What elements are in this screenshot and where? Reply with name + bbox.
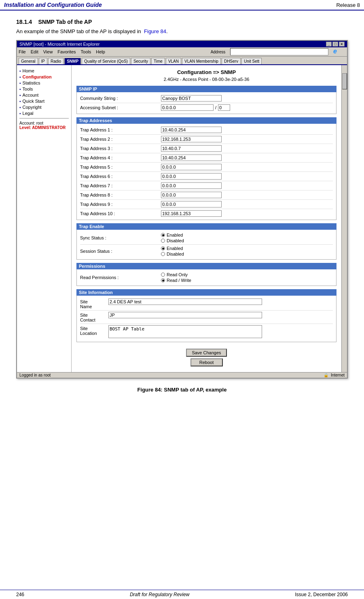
tab-qos[interactable]: Quality of Service (QoS)	[82, 58, 130, 64]
trap-address-4-input[interactable]	[161, 155, 222, 161]
trap-address-3-label: Trap Address 3 :	[80, 146, 161, 151]
browser-titlebar: SNMP [root] - Microsoft Internet Explore…	[17, 41, 347, 47]
trap-address-7-input[interactable]	[161, 182, 222, 189]
tab-general[interactable]: General	[19, 58, 38, 64]
tab-radio[interactable]: Radio	[48, 58, 63, 64]
sidebar-item-quickstart[interactable]: ▪ Quick Start	[19, 99, 69, 104]
sidebar-item-account[interactable]: ▪ Account	[19, 93, 69, 97]
trap-address-5-input[interactable]	[161, 164, 222, 170]
site-contact-label: SiteContact	[80, 312, 108, 322]
site-name-input[interactable]	[108, 298, 262, 305]
trap-address-8-input[interactable]	[161, 192, 222, 198]
figure-link[interactable]: Figure 84	[144, 28, 166, 34]
sidebar-item-legal[interactable]: ▪ Legal	[19, 111, 69, 116]
site-name-row: SiteName	[80, 297, 333, 311]
sidebar-item-home[interactable]: ▪ Home	[19, 68, 69, 73]
browser-statusbar: Logged in as root 🔒 Internet	[17, 372, 347, 378]
community-string-row: Community String :	[80, 94, 333, 103]
sidebar-quickstart-label: Quick Start	[23, 99, 44, 104]
bullet-icon: ▪	[19, 93, 21, 97]
statusbar-right: 🔒 Internet	[324, 373, 345, 377]
tab-unit-sett[interactable]: Unit Sett	[241, 58, 262, 64]
site-info-body: SiteName SiteContact SiteL	[76, 296, 336, 342]
community-string-value	[161, 95, 333, 102]
lock-icon: 🔒	[324, 373, 328, 377]
community-string-input[interactable]	[161, 95, 222, 102]
session-status-label: Session Status :	[80, 249, 161, 254]
trap-address-4-label: Trap Address 4 :	[80, 155, 161, 160]
footer-center-text: Draft for Regulatory Review	[130, 592, 189, 597]
snmp-ip-body: Community String : Accessing Subnet : /	[76, 92, 336, 114]
sidebar-item-copyright[interactable]: ▪ Copyright	[19, 105, 69, 110]
section-title: SNMP Tab of the AP	[38, 19, 92, 25]
reboot-row: Reboot	[76, 358, 336, 368]
maximize-button[interactable]: □	[332, 42, 338, 47]
trap-address-5-row: Trap Address 5 :	[80, 163, 333, 172]
session-enabled-label: Enabled	[167, 246, 183, 251]
trap-address-3-row: Trap Address 3 :	[80, 144, 333, 153]
accessing-subnet-label: Accessing Subnet :	[80, 105, 161, 110]
menu-tools[interactable]: Tools	[81, 49, 91, 54]
account-name: Account: root	[19, 121, 69, 125]
sidebar-item-tools[interactable]: ▪ Tools	[19, 87, 69, 91]
read-write-radio[interactable]: Read / Write	[161, 278, 333, 283]
close-button[interactable]: ×	[339, 42, 345, 47]
trap-address-1-label: Trap Address 1 :	[80, 127, 161, 132]
trap-address-7-label: Trap Address 7 :	[80, 183, 161, 188]
accessing-subnet-input[interactable]	[161, 104, 214, 111]
site-location-input[interactable]: BOST AP Table	[108, 325, 262, 338]
bullet-icon: ▪	[19, 87, 21, 91]
trap-enable-header: Trap Enable	[76, 223, 336, 230]
trap-address-10-label: Trap Address 10 :	[80, 211, 161, 216]
permissions-header: Permissions	[76, 263, 336, 269]
config-title: Configuration => SNMP	[76, 69, 336, 75]
trap-address-2-input[interactable]	[161, 136, 222, 142]
scrollbar-thumb[interactable]	[342, 73, 347, 89]
sidebar-configuration-label: Configuration	[23, 74, 52, 79]
menu-help[interactable]: Help	[96, 49, 105, 54]
sidebar-account-label: Account	[23, 93, 39, 97]
release-label: Release 8	[336, 2, 360, 8]
ie-logo: e	[333, 48, 345, 56]
site-contact-input[interactable]	[108, 312, 262, 318]
sidebar-item-configuration[interactable]: ▪ Configuration	[19, 74, 69, 79]
trap-address-9-input[interactable]	[161, 201, 222, 207]
session-enabled-radio[interactable]: Enabled	[161, 246, 333, 251]
sidebar-divider	[19, 118, 69, 119]
site-location-label: SiteLocation	[80, 325, 108, 336]
tab-snmp[interactable]: SNMP	[64, 58, 81, 64]
tab-ip[interactable]: IP	[39, 58, 47, 64]
save-changes-button[interactable]: Save Changes	[186, 349, 226, 357]
sync-enabled-radio[interactable]: Enabled	[161, 233, 333, 237]
scrollbar[interactable]	[341, 65, 347, 372]
reboot-button[interactable]: Reboot	[190, 358, 223, 366]
section-number: 18.1.4	[16, 19, 32, 25]
trap-address-9-value	[161, 201, 333, 207]
sync-enabled-label: Enabled	[167, 233, 183, 237]
tab-dhserv[interactable]: DHServ	[222, 58, 241, 64]
session-disabled-radio[interactable]: Disabled	[161, 252, 333, 256]
tab-vlan-membership[interactable]: VLAN Membership	[182, 58, 221, 64]
read-only-radio[interactable]: Read Only	[161, 272, 333, 277]
menu-edit[interactable]: Edit	[31, 49, 38, 54]
menu-file[interactable]: File	[19, 49, 26, 54]
subnet-mask-input[interactable]	[218, 104, 230, 111]
tab-time[interactable]: Time	[151, 58, 165, 64]
tab-vlan[interactable]: VLAN	[166, 58, 181, 64]
trap-address-4-row: Trap Address 4 :	[80, 153, 333, 163]
address-input[interactable]	[230, 48, 328, 55]
sync-disabled-radio[interactable]: Disabled	[161, 238, 333, 243]
read-permissions-radio-group: Read Only Read / Write	[161, 272, 333, 283]
trap-address-1-input[interactable]	[161, 127, 222, 133]
menu-view[interactable]: View	[43, 49, 53, 54]
sync-disabled-label: Disabled	[167, 238, 184, 243]
sidebar-item-statistics[interactable]: ▪ Statistics	[19, 80, 69, 85]
trap-address-3-input[interactable]	[161, 145, 222, 152]
main-panel: Configuration => SNMP 2.4GHz - Access Po…	[72, 65, 341, 372]
menu-favorites[interactable]: Favorites	[57, 49, 76, 54]
trap-address-10-input[interactable]	[161, 210, 222, 217]
tab-security[interactable]: Security	[131, 58, 150, 64]
minimize-button[interactable]: _	[326, 42, 332, 47]
trap-address-6-input[interactable]	[161, 173, 222, 180]
footer-issue: Issue 2, December 2006	[295, 592, 348, 597]
